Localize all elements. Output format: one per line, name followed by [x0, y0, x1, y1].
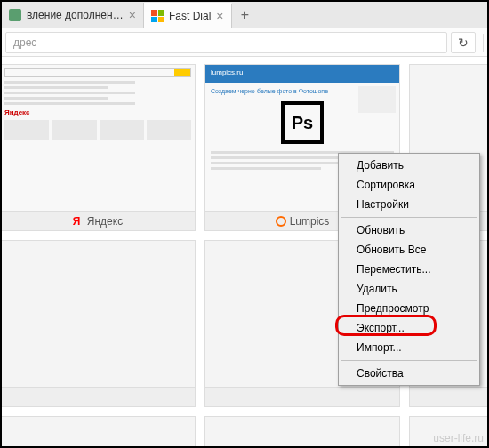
yandex-icon: Я: [73, 216, 84, 227]
tab-label: Fast Dial: [169, 10, 211, 22]
menu-separator: [341, 360, 477, 361]
menu-item-переместить-[interactable]: Переместить...: [341, 260, 477, 279]
reload-button[interactable]: ↻: [451, 32, 476, 53]
fastdial-icon: [151, 10, 164, 22]
photoshop-icon: Ps: [281, 101, 324, 144]
dial-tile-empty[interactable]: [2, 240, 196, 407]
tile-caption-text: Яндекс: [87, 215, 123, 228]
dial-tile-yandex[interactable]: Яндекс Я Яндекс: [2, 64, 196, 231]
menu-item-обновить[interactable]: Обновить: [341, 220, 477, 240]
menu-item-удалить[interactable]: Удалить: [341, 279, 477, 299]
menu-item-свойства[interactable]: Свойства: [341, 364, 477, 383]
puzzle-icon: [9, 9, 21, 21]
menu-item-импорт-[interactable]: Импорт...: [341, 338, 477, 357]
tab-fast-dial[interactable]: Fast Dial ×: [144, 3, 232, 28]
close-icon[interactable]: ×: [216, 10, 223, 22]
menu-item-предпросмотр[interactable]: Предпросмотр: [341, 299, 477, 318]
context-menu: ДобавитьСортировкаНастройкиОбновитьОбнов…: [338, 153, 480, 386]
address-bar[interactable]: дрес: [5, 32, 447, 53]
lumpics-icon: [276, 216, 286, 227]
yandex-logo: Яндекс: [4, 108, 191, 116]
lumpics-header: lumpics.ru: [205, 65, 399, 83]
tile-caption: Я Яндекс: [2, 211, 195, 230]
watermark: user-life.ru: [433, 432, 484, 444]
dial-tile-empty[interactable]: [204, 416, 400, 446]
address-placeholder: дрес: [13, 36, 36, 49]
tab-addon-manager[interactable]: вление дополнения... ×: [2, 3, 144, 28]
menu-item-экспорт-[interactable]: Экспорт...: [341, 318, 477, 338]
toolbar: дрес ↻: [2, 28, 487, 57]
close-icon[interactable]: ×: [129, 9, 136, 21]
menu-item-сортировка[interactable]: Сортировка: [341, 175, 477, 195]
menu-separator: [341, 217, 477, 218]
separator: [483, 34, 484, 52]
dial-tile-empty[interactable]: [2, 416, 196, 446]
tile-caption-text: Lumpics: [290, 215, 330, 228]
menu-item-обновить-все[interactable]: Обновить Все: [341, 240, 477, 260]
tab-bar: вление дополнения... × Fast Dial × +: [2, 2, 487, 28]
menu-item-добавить[interactable]: Добавить: [341, 156, 477, 175]
menu-item-настройки[interactable]: Настройки: [341, 195, 477, 214]
tab-label: вление дополнения...: [27, 9, 124, 21]
browser-window: вление дополнения... × Fast Dial × + дре…: [2, 2, 487, 446]
tile-thumbnail: Яндекс: [2, 65, 195, 211]
new-tab-button[interactable]: +: [232, 3, 259, 28]
